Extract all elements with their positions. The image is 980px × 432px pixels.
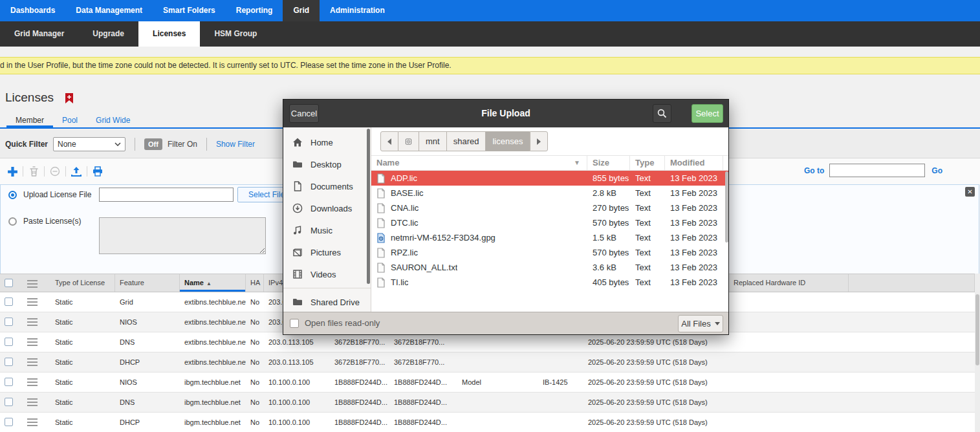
nav-item-data-management[interactable]: Data Management <box>65 0 153 21</box>
subnav-item-hsm-group[interactable]: HSM Group <box>200 21 271 47</box>
table-row[interactable]: StaticDNSibgm.techblue.netNo10.100.0.100… <box>0 393 975 413</box>
subnav-item-upgrade[interactable]: Upgrade <box>78 21 138 47</box>
row-menu-icon[interactable] <box>27 378 38 386</box>
sidebar-item-label: Home <box>310 138 333 147</box>
sidebar-item-label: Downloads <box>310 204 352 213</box>
row-menu-icon[interactable] <box>27 418 38 426</box>
row-menu-icon[interactable] <box>27 338 38 346</box>
breadcrumb-back-button[interactable] <box>380 131 398 151</box>
goto-button[interactable]: Go <box>931 166 942 175</box>
column-header[interactable]: HA <box>246 274 264 292</box>
nav-item-administration[interactable]: Administration <box>320 0 395 21</box>
row-checkbox[interactable] <box>5 378 13 386</box>
file-row[interactable]: RPZ.lic570 bytesText13 Feb 2023 <box>371 245 728 260</box>
row-menu-icon[interactable] <box>27 398 38 406</box>
table-cell <box>457 393 538 412</box>
scrollbar-thumb[interactable] <box>975 294 979 365</box>
column-header[interactable]: Type of License <box>50 274 115 292</box>
row-checkbox[interactable] <box>5 418 13 426</box>
goto-input[interactable] <box>829 164 925 177</box>
show-filter-link[interactable]: Show Filter <box>216 140 255 149</box>
file-name-cell: CNA.lic <box>371 203 587 213</box>
nav-item-grid[interactable]: Grid <box>283 0 320 21</box>
paste-license-radio[interactable] <box>8 217 17 226</box>
divider <box>44 166 45 177</box>
nav-item-reporting[interactable]: Reporting <box>226 0 283 21</box>
search-icon[interactable] <box>653 104 671 123</box>
license-file-input[interactable] <box>99 188 234 202</box>
file-row[interactable]: SAURON_ALL.txt3.6 kBText13 Feb 2023 <box>371 260 728 275</box>
file-row[interactable]: ADP.lic855 bytesText13 Feb 2023 <box>371 171 728 186</box>
sidebar-item-music[interactable]: Music <box>283 219 371 241</box>
breadcrumb-segment-mnt[interactable]: mnt <box>419 131 447 151</box>
file-icon <box>376 203 386 213</box>
sidebar-item-home[interactable]: Home <box>283 131 371 153</box>
row-menu-icon[interactable] <box>27 280 38 288</box>
row-checkbox[interactable] <box>5 398 13 406</box>
file-name: DTC.lic <box>391 218 419 228</box>
row-checkbox[interactable] <box>5 358 13 366</box>
file-type-filter-dropdown[interactable]: All Files <box>678 315 723 332</box>
file-row[interactable]: DTC.lic570 bytesText13 Feb 2023 <box>371 215 728 230</box>
row-select-cell <box>0 352 19 372</box>
table-row[interactable]: StaticDNSextibns.techblue.netNo203.0.113… <box>0 332 975 352</box>
nav-item-dashboards[interactable]: Dashboards <box>0 0 65 21</box>
file-name-cell: ADP.lic <box>371 173 587 184</box>
file-row[interactable]: BASE.lic2.8 kBText13 Feb 2023 <box>371 186 728 200</box>
add-icon[interactable] <box>5 164 19 178</box>
sidebar-item-downloads[interactable]: Downloads <box>283 197 371 219</box>
breadcrumb-segment-licenses[interactable]: licenses <box>486 131 530 151</box>
breadcrumb-forward-button[interactable] <box>530 131 548 151</box>
file-column-header-name[interactable]: Name ▼ <box>371 156 587 170</box>
bookmark-icon[interactable] <box>65 93 73 103</box>
tab-pool[interactable]: Pool <box>53 114 87 127</box>
video-icon <box>292 269 303 279</box>
tab-member[interactable]: Member <box>6 114 53 127</box>
breadcrumb-drive-button[interactable] <box>398 131 419 151</box>
sidebar-item-documents[interactable]: Documents <box>283 175 371 197</box>
print-icon[interactable] <box>91 164 105 178</box>
column-header[interactable]: Replaced Hardware ID <box>729 274 849 292</box>
upload-file-radio[interactable] <box>8 191 17 199</box>
table-cell: Static <box>50 413 115 432</box>
row-checkbox[interactable] <box>5 297 13 306</box>
select-all-checkbox[interactable] <box>5 279 13 287</box>
table-row[interactable]: StaticNIOSibgm.techblue.netNo10.100.0.10… <box>0 373 975 393</box>
sidebar-item-desktop[interactable]: Desktop <box>283 153 371 175</box>
subnav-item-licenses[interactable]: Licenses <box>138 21 200 47</box>
table-cell: IB-1425 <box>538 373 583 392</box>
file-row[interactable]: netmri-VM-6152-F3D34.gpg1.5 kBText13 Feb… <box>371 230 728 245</box>
table-cell: Static <box>50 393 115 412</box>
page-scrollbar[interactable] <box>975 274 980 432</box>
file-column-header-size[interactable]: Size <box>587 156 630 170</box>
paste-license-textarea[interactable] <box>99 217 266 254</box>
row-menu-icon[interactable] <box>27 358 38 366</box>
row-checkbox[interactable] <box>5 318 13 326</box>
subnav-item-grid-manager[interactable]: Grid Manager <box>0 21 78 47</box>
file-column-header-type[interactable]: Type <box>630 156 665 170</box>
sidebar-scrollbar[interactable] <box>367 129 370 284</box>
row-menu-icon[interactable] <box>27 318 38 326</box>
sidebar-item-shared-drive[interactable]: Shared Drive <box>283 291 371 313</box>
file-column-header-modified[interactable]: Modified <box>665 156 723 170</box>
select-button[interactable]: Select <box>691 104 723 123</box>
sidebar-item-videos[interactable]: Videos <box>283 263 371 285</box>
column-header[interactable]: Name▲ <box>180 274 246 292</box>
sidebar-item-pictures[interactable]: Pictures <box>283 241 371 263</box>
table-row[interactable]: StaticDHCPibgm.techblue.netNo10.100.0.10… <box>0 413 975 432</box>
breadcrumb-segment-shared[interactable]: shared <box>447 131 486 151</box>
column-header[interactable]: Feature <box>115 274 180 292</box>
file-row[interactable]: TI.lic405 bytesText13 Feb 2023 <box>371 275 728 290</box>
nav-item-smart-folders[interactable]: Smart Folders <box>153 0 226 21</box>
file-row[interactable]: CNA.lic270 bytesText13 Feb 2023 <box>371 200 728 215</box>
upload-icon[interactable] <box>69 164 83 178</box>
tab-grid-wide[interactable]: Grid Wide <box>87 114 139 127</box>
close-icon[interactable]: ✕ <box>965 187 975 197</box>
table-row[interactable]: StaticDHCPextibns.techblue.netNo203.0.11… <box>0 352 975 373</box>
row-menu-icon[interactable] <box>27 298 38 306</box>
filter-toggle[interactable]: Off <box>144 138 162 150</box>
readonly-checkbox[interactable] <box>290 319 299 328</box>
file-list-scrollbar[interactable] <box>725 171 728 243</box>
row-checkbox[interactable] <box>5 338 13 346</box>
quick-filter-select[interactable]: None <box>53 137 125 151</box>
